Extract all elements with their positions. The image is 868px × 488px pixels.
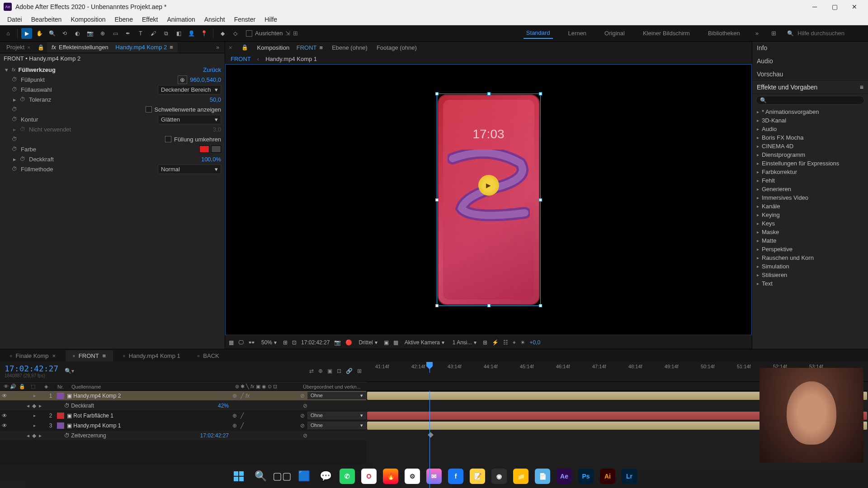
roi-icon[interactable]: ▣ [384, 339, 389, 346]
eyedropper-icon[interactable] [211, 145, 221, 153]
comp-lock-icon[interactable]: 🔒 [241, 44, 248, 51]
camera-dropdown[interactable]: Aktive Kamera ▾ [403, 338, 446, 347]
pen-tool-icon[interactable]: ✒ [123, 28, 133, 39]
taskview-icon[interactable]: ▢▢ [273, 467, 292, 486]
firefox-icon[interactable]: 🔥 [381, 467, 400, 486]
preset-stilisieren[interactable]: ▸Stilisieren [754, 271, 866, 279]
workspace-lernen[interactable]: Lernen [566, 28, 589, 38]
widgets-icon[interactable]: 🟦 [294, 467, 313, 486]
stopwatch-icon[interactable]: ⏱ [12, 106, 17, 113]
preset-farbkorrektur[interactable]: ▸Farbkorrektur [754, 168, 866, 176]
tool-opt-1-icon[interactable]: ◆ [217, 28, 228, 39]
col-visibility-icon[interactable]: 👁 🔊 [0, 384, 19, 389]
rotate-tool-icon[interactable]: ◐ [72, 28, 83, 39]
help-search[interactable]: 🔍 [787, 30, 865, 37]
menu-hilfe[interactable]: Hilfe [260, 14, 282, 24]
search-taskbar-icon[interactable]: 🔍 [251, 467, 270, 486]
selection-bounding-box[interactable] [437, 94, 541, 306]
comp-menu-icon[interactable]: ≡ [320, 44, 323, 51]
color-swatch[interactable] [199, 145, 209, 153]
lightroom-icon[interactable]: Lr [620, 467, 639, 486]
stopwatch-icon[interactable]: ⏱ [12, 86, 17, 93]
effect-title[interactable]: Füllwerkzeug [19, 66, 56, 73]
panel-audio[interactable]: Audio [752, 55, 868, 68]
layer-row-3[interactable]: 👁▸3▣ Handy.mp4 Komp 1⊕╱⊘Ohne▾ [0, 421, 366, 431]
panel-overflow-icon[interactable]: » [212, 44, 223, 51]
viewer-timecode[interactable]: 17:02:42:27 [301, 339, 330, 346]
layer-row-1[interactable]: 👁▸1▣ Handy.mp4 Komp 2⊕╱fx⊘Ohne▾ [0, 391, 366, 401]
workspace-standard[interactable]: Standard [524, 28, 553, 39]
effect-reset[interactable]: Zurück [203, 66, 221, 73]
tl-tab-back[interactable]: ▫BACK [190, 350, 226, 361]
obs-icon[interactable]: ◉ [490, 467, 509, 486]
crosshair-icon[interactable]: ⊕ [178, 75, 187, 84]
pan-behind-tool-icon[interactable]: ⊕ [97, 28, 108, 39]
preset-3d-kanal[interactable]: ▸3D-Kanal [754, 116, 866, 125]
brush-tool-icon[interactable]: 🖌 [148, 28, 159, 39]
tab-effekteinstellungen[interactable]: fx Effekteinstellungen Handy.mp4 Komp 2 … [47, 42, 178, 52]
layer-row-2[interactable]: 👁▸2▣ Rot Farbfläche 1⊕╱⊘Ohne▾ [0, 411, 366, 421]
zoom-tool-icon[interactable]: 🔍 [47, 28, 57, 39]
menu-datei[interactable]: Datei [3, 14, 27, 24]
facebook-icon[interactable]: f [446, 467, 465, 486]
exposure-value[interactable]: +0,0 [530, 339, 541, 346]
app-generic-icon[interactable]: ⚙ [403, 467, 422, 486]
preset-kan-le[interactable]: ▸Kanäle [754, 202, 866, 211]
preset-keying[interactable]: ▸Keying [754, 211, 866, 219]
current-timecode[interactable]: 17:02:42:27 [5, 364, 58, 373]
composition-viewport[interactable]: 17:03 [225, 64, 752, 335]
workspace-reset-icon[interactable]: ⊞ [771, 30, 776, 37]
preset-text[interactable]: ▸Text [754, 279, 866, 288]
preset-einstellungen-f-r-expressions[interactable]: ▸Einstellungen für Expressions [754, 159, 866, 168]
notepad-icon[interactable]: 📄 [533, 467, 552, 486]
menu-effekt[interactable]: Effekt [137, 14, 163, 24]
channels-icon[interactable]: 🔴 [345, 339, 352, 346]
layer-property-row[interactable]: ◂◆▸⏱ Deckkraft42%⊘ [0, 401, 366, 411]
preset-immersives-video[interactable]: ▸Immersives Video [754, 193, 866, 202]
eraser-tool-icon[interactable]: ◧ [173, 28, 184, 39]
timeline-search-icon[interactable]: 🔍▾ [65, 368, 74, 374]
dd-fuellauswahl[interactable]: Deckender Bereich▾ [158, 85, 221, 94]
hand-tool-icon[interactable]: ✋ [34, 28, 45, 39]
minimize-button[interactable]: ─ [805, 0, 825, 14]
fast-preview-icon[interactable]: ⚡ [492, 339, 499, 346]
tl-tab-finale[interactable]: ▫Finale Komp× [3, 350, 63, 361]
tl-opt-1-icon[interactable]: ⇄ [309, 368, 314, 374]
notes-icon[interactable]: 📝 [468, 467, 487, 486]
menu-ebene[interactable]: Ebene [110, 14, 137, 24]
clone-tool-icon[interactable]: ⧉ [160, 28, 171, 39]
tl-opt-5-icon[interactable]: 🔗 [346, 368, 353, 374]
panel-menu-icon[interactable]: ≡ [860, 84, 863, 91]
timeline-icon[interactable]: ☷ [503, 339, 508, 346]
orbit-tool-icon[interactable]: ⟲ [59, 28, 70, 39]
dd-fuellmethode[interactable]: Normal▾ [158, 164, 221, 174]
viewer-res-icon[interactable]: 🖵 [238, 339, 244, 346]
comp-close-icon[interactable]: × [229, 44, 232, 51]
zoom-dropdown[interactable]: 50% ▾ [259, 338, 278, 347]
preset-audio[interactable]: ▸Audio [754, 125, 866, 133]
preset-dienstprogramm[interactable]: ▸Dienstprogramm [754, 150, 866, 159]
shape-tool-icon[interactable]: ▭ [110, 28, 121, 39]
preset-rauschen-und-korn[interactable]: ▸Rauschen und Korn [754, 253, 866, 262]
viewer-alpha-icon[interactable]: ▦ [229, 339, 234, 346]
start-button[interactable] [229, 467, 248, 486]
tl-opt-6-icon[interactable]: ⊞ [357, 368, 362, 374]
val-toleranz[interactable]: 50,0 [210, 96, 221, 103]
views-dropdown[interactable]: 1 Ansi... ▾ [451, 338, 478, 347]
playhead-line[interactable] [429, 391, 430, 488]
snap-options-icon[interactable]: ⇲ [285, 30, 290, 37]
illustrator-icon[interactable]: Ai [598, 467, 617, 486]
playhead[interactable] [429, 362, 430, 373]
keyframe-marker[interactable] [428, 432, 434, 438]
preset-simulation[interactable]: ▸Simulation [754, 262, 866, 271]
explorer-icon[interactable]: 📁 [511, 467, 530, 486]
photoshop-icon[interactable]: Ps [576, 467, 595, 486]
tool-opt-2-icon[interactable]: ◇ [230, 28, 241, 39]
val-fuellpunkt[interactable]: 960,0,540,0 [190, 76, 221, 83]
exposure-reset-icon[interactable]: ☀ [520, 339, 525, 346]
preset-boris-fx-mocha[interactable]: ▸Boris FX Mocha [754, 133, 866, 142]
home-icon[interactable]: ⌂ [3, 28, 14, 39]
twirl-icon[interactable]: ▸ [12, 156, 17, 163]
col-shy-icon[interactable]: ⬚ [31, 384, 44, 389]
col-quellenname[interactable]: Quellenname [70, 384, 235, 389]
